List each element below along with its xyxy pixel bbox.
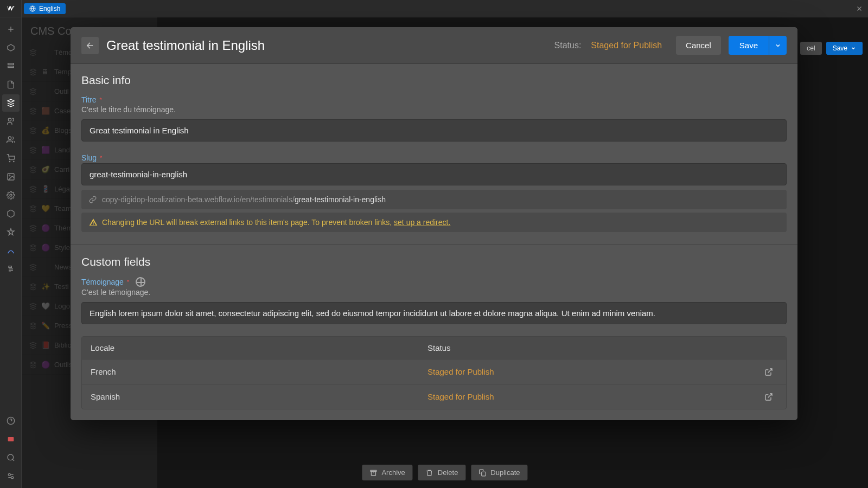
status-value: Staged for Publish: [591, 41, 662, 50]
svg-point-3: [8, 118, 11, 121]
duplicate-button[interactable]: Duplicate: [471, 465, 527, 480]
required-star: *: [99, 97, 101, 103]
col-status: Status: [427, 343, 764, 352]
temoignage-input[interactable]: [81, 302, 787, 324]
item-editor-modal: Great testimonial in English Status: Sta…: [71, 27, 797, 420]
url-slug: great-testimonial-in-english: [295, 195, 386, 204]
pages-icon[interactable]: [2, 57, 20, 75]
page-icon[interactable]: [2, 76, 20, 93]
svg-point-14: [11, 477, 13, 479]
field-slug: Slug* copy-digidop-localization-beta.web…: [81, 153, 787, 232]
url-preview: copy-digidop-localization-beta.webflow.i…: [81, 190, 787, 209]
url-prefix: copy-digidop-localization-beta.webflow.i…: [102, 195, 295, 204]
path-icon[interactable]: [2, 242, 20, 259]
groups-icon[interactable]: [2, 131, 20, 149]
svg-point-8: [9, 175, 10, 176]
localize-icon[interactable]: [136, 277, 145, 287]
settings-icon[interactable]: [2, 187, 20, 204]
delete-button[interactable]: Delete: [418, 465, 466, 480]
required-star: *: [127, 279, 129, 285]
assets-icon[interactable]: [2, 168, 20, 185]
locale-badge-label: English: [39, 5, 60, 12]
svg-point-12: [8, 454, 14, 460]
back-cancel-button[interactable]: cel: [800, 42, 821, 55]
search-icon[interactable]: [2, 449, 20, 466]
help-icon[interactable]: [2, 412, 20, 429]
svg-point-6: [13, 161, 14, 162]
svg-rect-16: [482, 472, 486, 476]
custom-fields-heading: Custom fields: [81, 255, 787, 268]
svg-rect-15: [371, 470, 376, 471]
slug-input[interactable]: [81, 163, 787, 185]
users-icon[interactable]: [2, 113, 20, 130]
locale-table: Locale Status FrenchStaged for PublishSp…: [81, 336, 787, 409]
top-bar: English: [0, 0, 868, 17]
save-button[interactable]: Save: [729, 36, 769, 55]
box-icon[interactable]: [2, 39, 20, 56]
titre-help: C'est le titre du témoignage.: [81, 105, 787, 114]
status-label: Status:: [554, 41, 582, 50]
temoignage-help: C'est le témoignage.: [81, 288, 787, 297]
field-temoignage: Témoignage* C'est le témoignage.: [81, 277, 787, 324]
archive-button[interactable]: Archive: [362, 465, 412, 480]
form-icon[interactable]: [2, 260, 20, 278]
link-icon: [89, 196, 97, 203]
svg-point-9: [10, 194, 12, 196]
divider: [71, 244, 797, 245]
cube-icon[interactable]: [2, 205, 20, 222]
add-icon[interactable]: [2, 21, 20, 38]
locale-row[interactable]: FrenchStaged for Publish: [82, 359, 786, 384]
warn-text: Changing the URL will break external lin…: [102, 218, 394, 227]
cancel-button[interactable]: Cancel: [676, 36, 721, 55]
open-icon[interactable]: [764, 368, 777, 376]
close-icon[interactable]: [851, 0, 868, 17]
warning-icon: [89, 218, 98, 227]
required-star: *: [100, 155, 102, 161]
open-icon[interactable]: [764, 393, 777, 401]
brush-icon[interactable]: [2, 223, 20, 241]
basic-info-heading: Basic info: [81, 74, 787, 87]
titre-label: Titre: [81, 95, 96, 104]
slug-warning: Changing the URL will break external lin…: [81, 213, 787, 232]
cart-icon[interactable]: [2, 150, 20, 167]
globe-icon: [29, 5, 36, 12]
locale-badge[interactable]: English: [24, 3, 66, 14]
titre-input[interactable]: [81, 119, 787, 142]
left-rail: [0, 17, 22, 488]
back-button[interactable]: [81, 37, 99, 54]
team-icon[interactable]: [2, 467, 20, 485]
temoignage-label: Témoignage: [81, 278, 124, 286]
svg-rect-2: [8, 66, 14, 68]
redirect-link[interactable]: set up a redirect.: [394, 218, 450, 227]
webflow-logo[interactable]: [0, 0, 22, 17]
svg-point-5: [9, 161, 10, 162]
back-save-button[interactable]: Save: [826, 42, 863, 55]
col-locale: Locale: [91, 343, 427, 352]
locale-row[interactable]: SpanishStaged for Publish: [82, 384, 786, 409]
modal-title: Great testimonial in English: [106, 38, 547, 53]
field-titre: Titre* C'est le titre du témoignage.: [81, 95, 787, 142]
save-dropdown-button[interactable]: [769, 36, 787, 55]
svg-point-4: [8, 137, 11, 139]
svg-rect-11: [8, 437, 14, 441]
svg-rect-1: [8, 63, 14, 65]
modal-header: Great testimonial in English Status: Sta…: [71, 27, 797, 64]
cms-icon[interactable]: [2, 94, 20, 112]
svg-point-13: [8, 473, 10, 476]
video-icon[interactable]: [2, 431, 20, 448]
slug-label: Slug: [81, 153, 97, 162]
